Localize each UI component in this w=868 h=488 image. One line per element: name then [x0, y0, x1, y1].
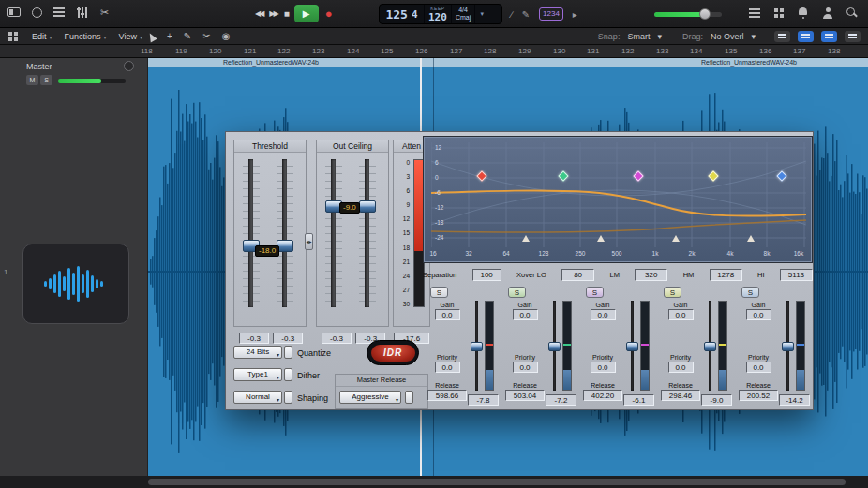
- priority-value[interactable]: 0.0: [435, 362, 460, 373]
- timeline-ruler[interactable]: 118 119 120 121 122 123 124 125 126 127 …: [0, 45, 868, 58]
- mute-button[interactable]: M: [26, 75, 38, 85]
- shaping-side-box[interactable]: [284, 391, 292, 404]
- release-value[interactable]: 598.66: [427, 390, 467, 401]
- band-fader[interactable]: [471, 301, 483, 391]
- crossover-handle-1[interactable]: [522, 235, 530, 242]
- xover-lo-value[interactable]: 80: [561, 269, 594, 281]
- eq-graph[interactable]: 12 6 0 -6 -12 -18 -24 16 32 64 128 250 5…: [423, 136, 813, 263]
- ceiling-value[interactable]: -9.0: [339, 202, 360, 214]
- gain-value[interactable]: 0.0: [513, 309, 538, 320]
- snap-value[interactable]: Smart: [627, 32, 650, 41]
- user-icon[interactable]: [822, 7, 834, 19]
- play-button[interactable]: ▶: [294, 5, 319, 22]
- fader-cap[interactable]: [704, 342, 716, 351]
- release-value[interactable]: 298.46: [661, 390, 700, 401]
- priority-value[interactable]: 0.0: [513, 362, 538, 373]
- pencil-tool-icon[interactable]: ✎: [184, 31, 191, 42]
- scissors-tool-icon[interactable]: ✂: [202, 31, 210, 42]
- lcd-display[interactable]: 125 4 KEEP 120 4/4 Cmaj: [379, 4, 502, 24]
- band-fader[interactable]: [626, 301, 638, 391]
- scrollbar-handle[interactable]: [148, 479, 846, 485]
- band-solo-button[interactable]: S: [664, 287, 681, 298]
- band-solo-button[interactable]: S: [508, 287, 526, 298]
- link-button[interactable]: ◂▸: [305, 233, 313, 250]
- threshold-fader-left[interactable]: [243, 159, 260, 307]
- view-menu[interactable]: View: [119, 32, 142, 41]
- solo-button[interactable]: S: [40, 75, 52, 85]
- inspector-icon[interactable]: [53, 7, 66, 18]
- view-options-icon[interactable]: [7, 31, 20, 42]
- pan-knob[interactable]: [124, 61, 134, 71]
- ceiling-fader-left[interactable]: [325, 159, 342, 307]
- master-release-side-box[interactable]: [405, 391, 413, 404]
- slash-icon[interactable]: ∕: [511, 9, 513, 20]
- ceiling-fader-right[interactable]: [359, 159, 376, 307]
- dither-side-box[interactable]: [284, 368, 292, 381]
- gain-value[interactable]: 0.0: [746, 309, 771, 320]
- toolbar-button-active[interactable]: [821, 31, 837, 42]
- edit-menu[interactable]: Edit: [32, 32, 52, 41]
- gain-value[interactable]: 0.0: [668, 309, 694, 320]
- xover-lm-value[interactable]: 320: [635, 269, 667, 281]
- band-fader[interactable]: [548, 301, 561, 391]
- crossover-handle-4[interactable]: [747, 235, 755, 242]
- dither-dropdown[interactable]: Type1: [233, 368, 282, 381]
- quantize-side-box[interactable]: [284, 346, 292, 359]
- crossover-handle-2[interactable]: [597, 235, 605, 242]
- separation-value[interactable]: 100: [472, 269, 501, 281]
- band-solo-button[interactable]: S: [741, 287, 759, 298]
- drag-value[interactable]: No Overl: [711, 32, 744, 41]
- band-fader[interactable]: [782, 301, 794, 391]
- rewind-button[interactable]: ◀◀: [255, 9, 262, 18]
- audio-track-tile[interactable]: [22, 244, 129, 324]
- gain-value[interactable]: 0.0: [591, 309, 616, 320]
- functions-menu[interactable]: Functions: [65, 32, 107, 41]
- threshold-fader-right[interactable]: [277, 159, 293, 307]
- pointer-tool-icon[interactable]: [146, 31, 157, 42]
- chevron-right-icon[interactable]: ▸: [573, 9, 577, 20]
- master-level-knob[interactable]: [699, 8, 711, 20]
- xover-hi-value[interactable]: 5113: [780, 269, 813, 281]
- priority-value[interactable]: 0.0: [746, 362, 771, 373]
- quantize-dropdown[interactable]: 24 Bits: [233, 346, 282, 359]
- release-value[interactable]: 402.20: [583, 390, 622, 401]
- library-toggle-icon[interactable]: [7, 7, 21, 17]
- region-header[interactable]: Reflection_UnmasteredWAV-24b Reflection_…: [148, 58, 868, 67]
- threshold-readout-right[interactable]: -0.3: [273, 333, 303, 344]
- toolbar-button[interactable]: [774, 31, 790, 42]
- band-fader[interactable]: [704, 301, 716, 391]
- fader-cap[interactable]: [548, 342, 561, 351]
- toolbar-button-active[interactable]: [798, 31, 814, 42]
- quick-help-icon[interactable]: [32, 7, 42, 18]
- grid-view-icon[interactable]: [773, 7, 786, 19]
- fader-cap[interactable]: [782, 342, 794, 351]
- master-release-dropdown[interactable]: Aggressive: [339, 391, 401, 404]
- crossover-handle-3[interactable]: [672, 235, 680, 242]
- gain-value[interactable]: 0.0: [435, 309, 460, 320]
- xover-hm-value[interactable]: 1278: [710, 269, 742, 281]
- ceiling-readout-left[interactable]: -0.3: [322, 333, 352, 344]
- horizontal-scrollbar[interactable]: [0, 476, 868, 488]
- search-icon[interactable]: [846, 7, 859, 19]
- master-level-slider[interactable]: [654, 12, 722, 17]
- tools-icon[interactable]: ✂: [100, 7, 112, 18]
- fader-cap[interactable]: [626, 342, 638, 351]
- zoom-tool-icon[interactable]: ◉: [222, 31, 231, 42]
- menu-icon[interactable]: [749, 7, 761, 19]
- pencil-icon[interactable]: ✎: [522, 9, 530, 20]
- toolbar-button[interactable]: [845, 31, 861, 42]
- master-volume-slider[interactable]: [58, 79, 126, 83]
- priority-value[interactable]: 0.0: [668, 362, 694, 373]
- crosshair-tool-icon[interactable]: +: [167, 31, 172, 42]
- release-value[interactable]: 200.52: [739, 390, 778, 401]
- shaping-dropdown[interactable]: Normal: [233, 391, 282, 404]
- threshold-readout-left[interactable]: -0.3: [239, 333, 269, 344]
- threshold-value[interactable]: -18.0: [255, 245, 279, 257]
- stop-button[interactable]: ■: [284, 8, 288, 19]
- notifications-icon[interactable]: [798, 7, 810, 19]
- fader-cap[interactable]: [471, 342, 483, 351]
- mixer-icon[interactable]: [77, 7, 89, 18]
- priority-value[interactable]: 0.0: [591, 362, 616, 373]
- record-button[interactable]: ●: [325, 5, 333, 22]
- band-solo-button[interactable]: S: [430, 287, 448, 298]
